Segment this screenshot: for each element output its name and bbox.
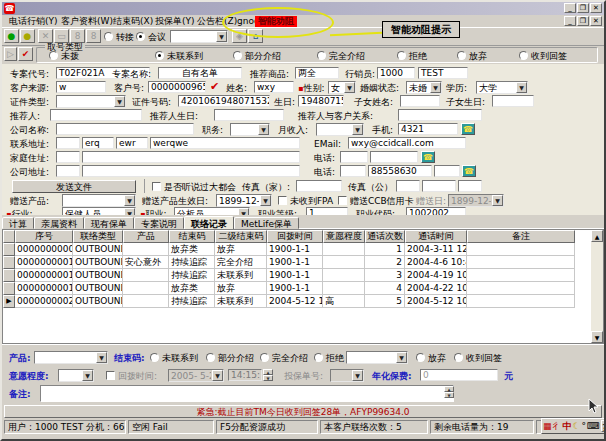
tab-case-notes[interactable]: 专案说明 [134,217,184,229]
radio-not-reached[interactable]: 未联系到 [155,51,203,62]
fax-office-field-2[interactable] [422,180,456,192]
row-selector[interactable] [3,243,15,256]
income-combobox[interactable]: ▼ [316,123,364,136]
ccb-checkbox[interactable]: 赠送CCB信用卡 [338,195,414,207]
fax-office-field-1[interactable] [396,180,420,192]
mdi-minimize-button[interactable]: _ [564,16,576,26]
conference-radio-circle[interactable] [136,32,145,41]
menu-customer-info[interactable]: 客户资料(W) [58,15,116,28]
gift-date-combobox[interactable]: 1899-12-30▼ [216,194,272,207]
confirm-check-icon[interactable]: ✔ [18,47,33,61]
time-spinner[interactable]: ▲▼ [263,369,273,382]
cust-no-field[interactable]: 000000096591 [148,81,206,93]
phone2-field-3[interactable] [434,165,460,177]
dropdown-arrow-icon[interactable]: ▼ [516,82,527,93]
endcode-radio-abandon[interactable]: 放弃 [416,352,446,364]
column-header[interactable]: 结束码 [169,230,215,243]
remark-scroll[interactable]: ▲▼ [444,386,454,399]
help-icon[interactable]: ? [601,420,606,432]
reject-reason-combobox[interactable]: ▼ [346,351,408,364]
dropdown-arrow-icon[interactable]: ▼ [260,195,271,206]
transfer-radio[interactable]: 转接 [104,31,134,43]
ime-grid-icon[interactable]: ▦ [543,419,552,433]
ime-pen-icon[interactable]: 彳 [553,419,562,433]
gender-combobox[interactable]: 女▼ [328,81,356,94]
company-addr-field-1[interactable] [56,165,80,177]
dropdown-arrow-icon[interactable]: ▼ [96,352,107,363]
row-selector[interactable] [3,256,15,269]
fax-office-field-3[interactable] [458,180,482,192]
tab-contact-records[interactable]: 联络记录 [184,216,234,230]
company-field[interactable] [56,123,194,135]
scroll-down-icon[interactable]: ▼ [444,392,454,398]
contact-addr-field-1[interactable] [56,137,80,149]
contact-addr-field-3[interactable]: ewr [116,137,148,149]
input-mode-icon[interactable]: 中 [563,419,572,433]
hangup-icon[interactable]: ● [20,29,35,43]
willingness-combobox[interactable]: ▼ [58,369,94,382]
column-header[interactable]: 回拨时间 [267,230,323,243]
product-rec-field[interactable]: 两全 [295,67,339,79]
dropdown-arrow-icon[interactable]: ▼ [352,124,363,135]
column-header[interactable]: 联络类型 [73,230,123,243]
id-no-field[interactable]: 420106194807153284 [178,95,270,107]
phone2-field-1[interactable] [340,165,366,177]
menu-policy[interactable]: 投保单(Y) [152,15,198,28]
dial-mobile-icon[interactable]: ☎ [461,123,475,135]
menu-telemarketing[interactable]: 电话行销(Y) [6,15,61,28]
mdi-close-button[interactable]: ✕ [590,16,602,26]
id-type-combobox[interactable]: ▼ [56,95,126,108]
fax-home-field[interactable] [296,180,342,192]
mdi-restore-button[interactable]: ❐ [577,16,589,26]
home-addr-field-1[interactable] [56,151,80,163]
cust-source-field[interactable]: w [56,81,106,93]
case-name-field[interactable]: 自有名单 [158,67,242,79]
name-field[interactable]: wxy [254,81,294,93]
referrer-relation-field[interactable] [398,109,482,121]
verify-check-icon[interactable]: ✔ [210,81,219,93]
mobile-field[interactable]: 4321 [398,123,458,135]
phone1-field-2[interactable] [370,151,418,163]
menu-end-code[interactable]: 结束码(X) [110,15,156,28]
language-bar[interactable]: ▦ 彳 中 ☾ ° ⌨ ? ⁞ [541,418,606,434]
close-button[interactable]: ✕ [590,3,602,13]
heard-metlife-checkbox[interactable]: 是否听说过大都会 [152,181,236,193]
referrer-field[interactable] [50,109,142,121]
scroll-down-icon[interactable]: ▼ [591,331,603,343]
child-name-field[interactable] [400,95,440,107]
product-combobox[interactable]: ▼ [34,351,108,364]
punctuation-icon[interactable]: ° [582,419,587,433]
row-selector[interactable] [3,282,15,295]
dropdown-arrow-icon[interactable]: ▼ [396,352,407,363]
play-icon[interactable]: ▷ [4,47,17,61]
dial-phone2-icon[interactable]: ☎ [462,165,476,177]
vertical-scrollbar[interactable]: ▲ ▼ [591,230,603,343]
soft-keyboard-icon[interactable]: ⌨ [587,419,600,433]
company-addr-field-2[interactable] [82,165,300,177]
offhook-icon[interactable]: ● [4,29,19,43]
minimize-button[interactable]: _ [564,3,576,13]
radio-rejected[interactable]: 拒绝 [397,51,427,62]
endcode-radio-receipt[interactable]: 收到回签 [454,352,502,364]
menu-smart-dissuade-highlighted[interactable]: 智能劝阻 [255,16,297,27]
radio-receipt-received[interactable]: 收到回签 [519,51,567,62]
radio-partial-intro[interactable]: 部分介绍 [233,51,281,62]
dropdown-arrow-icon[interactable]: ▼ [344,82,355,93]
table-row[interactable]: 00000000018OUTBOUND放弃类放弃1900-1-142004-4-… [3,282,603,295]
contact-addr-field-2[interactable]: erq [82,137,114,149]
child-birthday-field[interactable] [492,95,534,107]
column-header[interactable]: 序号 [15,230,73,243]
column-header[interactable]: 备注 [467,230,575,243]
callback-checkbox[interactable]: 回拨时间: [106,370,157,382]
row-selector[interactable]: ▶ [3,295,15,308]
premium-field[interactable]: 0 [420,369,498,381]
column-header[interactable]: 通话时间 [405,230,467,243]
dropdown-arrow-icon[interactable]: ▼ [82,370,93,381]
contact-addr-field-4[interactable]: werqwe [150,137,300,149]
dropdown-arrow-icon[interactable]: ▼ [258,124,269,135]
home-addr-field-2[interactable] [82,151,300,163]
tab-metlife-policies[interactable]: MetLife保单 [234,217,299,229]
transfer-radio-circle[interactable] [104,32,113,41]
fpa-checkbox[interactable]: 未收到FPA [278,195,333,207]
endcode-radio-not-reached[interactable]: 未联系到 [150,352,198,364]
